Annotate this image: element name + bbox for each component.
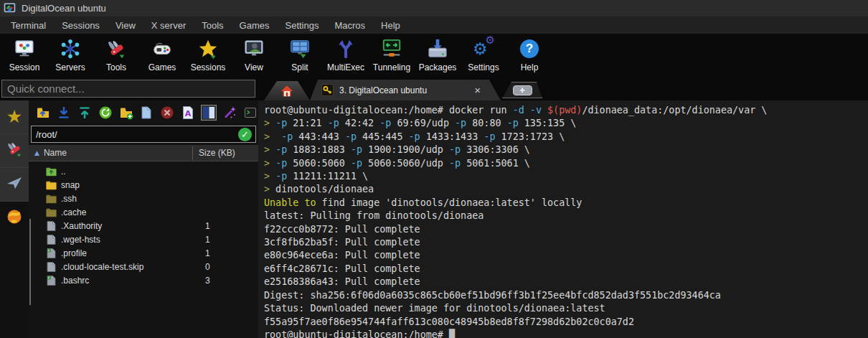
toolbar-button-settings[interactable]: ⚙⚙Settings	[461, 34, 506, 78]
file-name: .profile	[61, 248, 87, 258]
column-name[interactable]: Name	[44, 148, 67, 158]
path-bar: ✓	[29, 125, 258, 145]
knife-icon	[6, 141, 23, 161]
menu-item-help[interactable]: Help	[373, 18, 408, 33]
menu-item-macros[interactable]: Macros	[326, 18, 373, 33]
sidebar-sftp-tab[interactable]	[0, 202, 29, 235]
menu-item-settings[interactable]: Settings	[278, 18, 327, 33]
toolbar-button-tools[interactable]: Tools	[93, 34, 139, 78]
toolbar-button-label: Tools	[106, 62, 126, 72]
tab-active-session[interactable]: 3. DigitalOcean ubuntu ×	[310, 80, 501, 100]
toolbar-button-label: MultiExec	[327, 62, 364, 72]
tab-close-icon[interactable]: ×	[471, 85, 483, 95]
new-folder-icon[interactable]	[118, 105, 134, 121]
wand-icon[interactable]	[222, 105, 237, 121]
new-tab-button[interactable]: +	[502, 82, 542, 98]
quick-connect-input[interactable]	[1, 80, 255, 98]
terminal-line: > -p 1883:1883 -p 1900:1900/udp -p 3306:…	[264, 144, 868, 156]
terminal-line: 3cf8fb62ba5f: Pull complete	[264, 236, 868, 249]
home-icon	[280, 85, 293, 98]
key-icon	[321, 84, 334, 96]
text-editor-icon[interactable]: A	[180, 105, 196, 121]
sessions-star-icon	[197, 37, 220, 60]
file-row[interactable]: ..	[29, 164, 258, 178]
servers-icon	[59, 37, 82, 60]
file-row[interactable]: snap	[29, 178, 258, 192]
menu-item-view[interactable]: View	[108, 18, 143, 33]
toolbar-button-packages[interactable]: Packages	[415, 34, 461, 78]
tunneling-icon	[380, 37, 403, 60]
terminal-line: Unable to find image 'dinotools/dionaea:…	[264, 197, 868, 210]
file-name: .cache	[61, 207, 86, 217]
go-path-button[interactable]: ✓	[238, 128, 252, 141]
toolbar-button-games[interactable]: Games	[139, 34, 185, 78]
folder-hidden-icon	[46, 194, 57, 204]
delete-icon[interactable]	[159, 105, 175, 121]
toolbar-button-label: Packages	[419, 62, 457, 72]
sidebar-sessions-tab[interactable]: ★	[0, 100, 29, 134]
settings-gear-icon: ⚙⚙	[472, 37, 495, 60]
download-icon[interactable]	[56, 105, 72, 121]
file-row[interactable]: .profile1	[29, 246, 258, 260]
menu-item-tools[interactable]: Tools	[194, 18, 231, 33]
file-row[interactable]: .wget-hsts1	[29, 233, 258, 246]
toolbar-button-label: Help	[521, 62, 539, 72]
file-size: 1	[205, 248, 210, 258]
file-row[interactable]: .cloud-locale-test.skip0	[29, 260, 258, 273]
split-view-icon[interactable]	[201, 105, 217, 121]
file-size: 3	[205, 276, 210, 286]
file-name: .wget-hsts	[61, 235, 100, 245]
mobaxterm-window: DigitalOcean ubuntu TerminalSessionsView…	[0, 0, 868, 338]
terminal-cursor: █	[449, 329, 455, 338]
sort-asc-icon: ▲	[34, 149, 39, 156]
toolbar-button-view[interactable]: View	[231, 34, 277, 78]
sidebar-strip-filler	[0, 235, 29, 338]
toolbar-button-split[interactable]: Split	[277, 34, 323, 78]
path-input[interactable]	[31, 126, 256, 143]
sidebar-tools-tab[interactable]	[0, 134, 29, 168]
terminal-output[interactable]: root@ubuntu-digitalocean:/home# docker r…	[258, 100, 868, 338]
new-file-icon[interactable]	[139, 105, 155, 121]
folder-icon	[46, 180, 57, 190]
terminal-line: e80c964ece6a: Pull complete	[264, 249, 868, 262]
toolbar-button-tunneling[interactable]: Tunneling	[369, 34, 415, 78]
file-row[interactable]: .bashrc3	[29, 273, 258, 287]
toolbar-button-help[interactable]: ?Help	[506, 34, 552, 78]
script-icon	[46, 276, 57, 286]
menu-bar: TerminalSessionsViewX serverToolsGamesSe…	[0, 17, 868, 34]
file-row[interactable]: .Xauthority1	[29, 219, 258, 233]
file-name: .Xauthority	[61, 221, 102, 231]
sidebar-macros-tab[interactable]	[0, 168, 29, 202]
file-list: ..snap.ssh.cache.Xauthority1.wget-hsts1.…	[29, 161, 258, 287]
terminal-line: Digest: sha256:6f06d0a6035c865cb60ef51bd…	[264, 289, 868, 302]
menu-item-terminal[interactable]: Terminal	[3, 18, 54, 33]
session-icon	[13, 37, 36, 60]
toolbar-button-servers[interactable]: Servers	[47, 34, 93, 78]
file-icon	[46, 262, 57, 272]
refresh-icon[interactable]	[98, 105, 113, 121]
go-parent-folder-icon[interactable]	[35, 105, 51, 121]
terminal-line: Status: Downloaded newer image for dinot…	[264, 302, 868, 315]
terminal-icon[interactable]	[242, 105, 258, 121]
menu-item-sessions[interactable]: Sessions	[54, 18, 108, 33]
tab-home[interactable]	[264, 81, 310, 100]
menu-item-x-server[interactable]: X server	[143, 18, 194, 33]
file-row[interactable]: .cache	[29, 205, 258, 219]
terminal-line: > -p 21:21 -p 42:42 -p 69:69/udp -p 80:8…	[264, 117, 868, 130]
toolbar-button-multiexec[interactable]: MultiExec	[323, 34, 369, 78]
plane-icon	[6, 174, 23, 194]
menu-item-games[interactable]: Games	[232, 18, 278, 33]
file-name: ..	[61, 166, 66, 177]
file-panel-toolbar: A	[29, 100, 258, 125]
file-row[interactable]: .ssh	[29, 192, 258, 205]
upload-icon[interactable]	[77, 105, 93, 121]
packages-icon	[426, 37, 449, 60]
folder-up-icon	[46, 166, 57, 177]
file-size: 1	[205, 221, 210, 231]
column-separator	[192, 146, 193, 160]
toolbar-button-session[interactable]: Session	[1, 34, 47, 78]
toolbar-button-sessions[interactable]: Sessions	[185, 34, 231, 78]
file-icon	[46, 235, 57, 245]
mobaxterm-logo-icon[interactable]	[4, 3, 16, 14]
column-size[interactable]: Size (KB)	[199, 148, 235, 158]
